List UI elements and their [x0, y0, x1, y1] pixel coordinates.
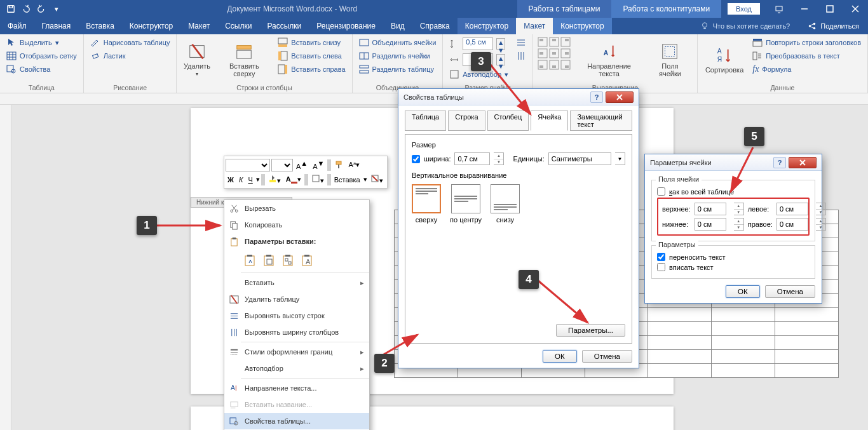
ribbon-options-icon[interactable] — [766, 0, 792, 18]
width-checkbox[interactable] — [412, 155, 420, 163]
paste-keep-formatting-icon[interactable] — [242, 252, 259, 269]
split-table-button[interactable]: Разделить таблицу — [356, 63, 439, 76]
width-input[interactable] — [454, 152, 490, 165]
margin-bottom-input[interactable] — [695, 218, 726, 231]
draw-table-button[interactable]: Нарисовать таблицу — [88, 36, 173, 49]
tab-design[interactable]: Конструктор — [122, 18, 180, 34]
tab-layout[interactable]: Макет — [180, 18, 217, 34]
share-button[interactable]: Поделиться — [799, 22, 868, 30]
insert-menu[interactable]: Вставка — [332, 176, 362, 184]
margin-right-spinner[interactable]: ▲▼ — [816, 218, 826, 231]
align-bl-icon[interactable] — [537, 59, 548, 71]
tab-home[interactable]: Главная — [34, 18, 79, 34]
dialog2-close-button[interactable] — [789, 157, 817, 168]
font-family-selector[interactable] — [226, 159, 270, 171]
same-as-table-checkbox[interactable] — [657, 187, 665, 196]
dialog2-ok-button[interactable]: ОК — [726, 285, 760, 298]
repeat-header-button[interactable]: Повторить строки заголовков — [750, 36, 864, 49]
paste-nest-icon[interactable] — [280, 252, 297, 269]
gridlines-button[interactable]: Отобразить сетку — [4, 50, 79, 62]
tab-table-layout[interactable]: Макет — [516, 18, 553, 34]
bold-button[interactable]: Ж — [226, 176, 236, 184]
dialog1-cancel-button[interactable]: Отмена — [582, 350, 632, 363]
tab-help[interactable]: Справка — [412, 18, 458, 34]
valign-bottom-option[interactable]: снизу — [491, 184, 520, 224]
align-br-icon[interactable] — [560, 59, 571, 71]
cell-options-button[interactable]: Параметры... — [556, 324, 625, 337]
margin-top-spinner[interactable]: ▲▼ — [734, 203, 744, 215]
insert-below-button[interactable]: Вставить снизу — [275, 36, 348, 49]
cm-insert[interactable]: Вставить▸ — [224, 274, 369, 291]
tab-review[interactable]: Рецензирование — [309, 18, 383, 34]
units-combo-arrow[interactable]: ▼ — [615, 152, 625, 165]
cm-cut[interactable]: Вырезать — [224, 200, 369, 217]
select-button[interactable]: Выделить▾ — [4, 36, 79, 49]
redo-icon[interactable] — [34, 2, 48, 16]
dialog2-cancel-button[interactable]: Отмена — [765, 285, 815, 298]
tab-mailings[interactable]: Рассылки — [259, 18, 309, 34]
minimize-button[interactable] — [792, 0, 817, 18]
dialog-help-button[interactable]: ? — [590, 91, 603, 103]
paste-merge-icon[interactable] — [261, 252, 278, 269]
margin-left-spinner[interactable]: ▲▼ — [816, 203, 826, 215]
borders-icon[interactable]: ▾ — [309, 174, 326, 185]
convert-to-text-button[interactable]: Преобразовать в текст — [750, 50, 864, 62]
insert-left-button[interactable]: Вставить слева — [275, 50, 348, 62]
cm-copy[interactable]: Копировать — [224, 217, 369, 233]
close-button[interactable] — [843, 0, 868, 18]
dialog-close-button[interactable] — [606, 91, 634, 103]
fit-text-checkbox[interactable] — [657, 263, 665, 271]
cm-distribute-cols[interactable]: Выровнять ширину столбцов — [224, 324, 369, 340]
width-spinner[interactable]: ▲▼ — [494, 152, 504, 165]
dlg-tab-table[interactable]: Таблица — [405, 111, 446, 131]
properties-button[interactable]: Свойства — [4, 63, 79, 76]
grow-font-icon[interactable]: A▲ — [294, 159, 309, 170]
text-direction-button[interactable]: AНаправление текста — [574, 36, 644, 83]
underline-button[interactable]: Ч — [246, 176, 254, 184]
sort-button[interactable]: AЯСортировка — [702, 36, 747, 83]
margin-right-input[interactable] — [776, 218, 808, 231]
eraser-button[interactable]: Ластик — [88, 50, 173, 62]
delete-button[interactable]: Удалить▾ — [180, 36, 213, 83]
qat-dropdown-icon[interactable]: ▾ — [50, 2, 64, 16]
login-button[interactable]: Вход — [728, 3, 760, 15]
cm-border-styles[interactable]: Стили оформления границ▸ — [224, 344, 369, 360]
cm-text-direction[interactable]: AНаправление текста... — [224, 380, 369, 396]
align-tc-icon[interactable] — [548, 36, 560, 48]
align-ml-icon[interactable] — [537, 48, 548, 59]
tab-file[interactable]: Файл — [0, 18, 34, 34]
align-tr-icon[interactable] — [560, 36, 571, 48]
cm-distribute-rows[interactable]: Выровнять высоту строк — [224, 307, 369, 324]
delete-menu-icon[interactable]: ▾ — [369, 174, 385, 185]
wrap-text-checkbox[interactable] — [657, 253, 665, 261]
distribute-cols-icon[interactable] — [513, 50, 529, 62]
formula-button[interactable]: fxФормула — [750, 63, 864, 76]
align-mc-icon[interactable] — [548, 48, 560, 59]
split-cells-button[interactable]: Разделить ячейки — [356, 50, 439, 62]
paste-text-only-icon[interactable]: A — [299, 252, 316, 269]
vertical-ruler[interactable] — [0, 105, 11, 430]
align-mr-icon[interactable] — [560, 48, 571, 59]
insert-right-button[interactable]: Вставить справа — [275, 63, 348, 76]
distribute-rows-icon[interactable] — [513, 36, 529, 49]
cm-table-properties[interactable]: Свойства таблицы... — [224, 413, 369, 429]
dlg-tab-row[interactable]: Строка — [448, 111, 485, 131]
tell-me-search[interactable]: Что вы хотите сделать? — [691, 22, 799, 30]
shrink-font-icon[interactable]: A▼ — [311, 159, 326, 170]
save-icon[interactable] — [4, 2, 18, 16]
cm-autofit[interactable]: Автоподбор▸ — [224, 360, 369, 377]
units-combo[interactable]: Сантиметры — [548, 152, 611, 165]
tab-references[interactable]: Ссылки — [217, 18, 259, 34]
dlg-tab-alt[interactable]: Замещающий текст — [570, 111, 632, 131]
tab-view[interactable]: Вид — [383, 18, 412, 34]
font-size-selector[interactable] — [271, 159, 293, 171]
valign-center-option[interactable]: по центру — [450, 184, 482, 224]
margin-left-input[interactable] — [776, 203, 808, 215]
tab-header-design[interactable]: Конструктор — [553, 18, 611, 34]
cell-margins-button[interactable]: Поля ячейки — [647, 36, 693, 83]
row-height-input[interactable]: 0,5 см▲▼ — [447, 36, 511, 51]
dlg-tab-cell[interactable]: Ячейка — [531, 111, 568, 131]
styles-icon[interactable]: Aᵃ▾ — [346, 161, 361, 169]
maximize-button[interactable] — [817, 0, 843, 18]
merge-cells-button[interactable]: Объединить ячейки — [356, 36, 439, 49]
